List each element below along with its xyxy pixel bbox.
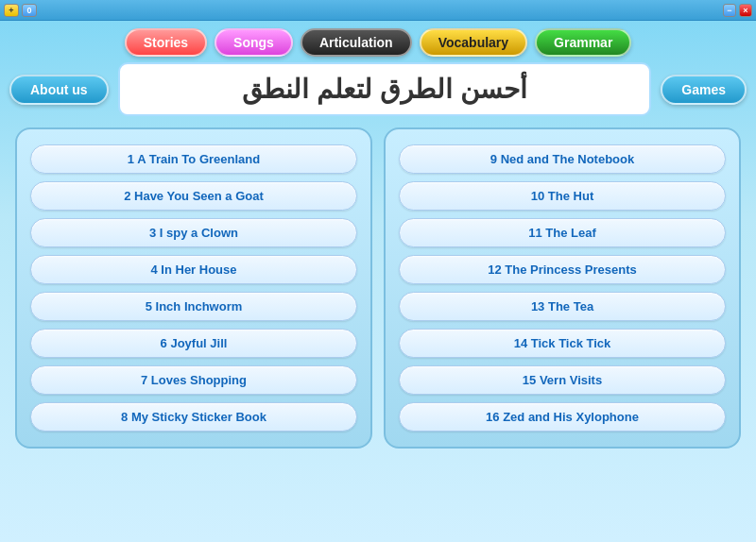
about-us-button[interactable]: About us bbox=[9, 75, 109, 105]
header-row: About us أحسن الطرق لتعلم النطق Games bbox=[0, 62, 756, 124]
tb-zero-button[interactable]: 0 bbox=[22, 4, 37, 17]
games-button[interactable]: Games bbox=[661, 75, 747, 105]
close-button[interactable]: × bbox=[739, 4, 752, 17]
story-button-right-9[interactable]: 9 Ned and The Notebook bbox=[399, 144, 726, 174]
tab-stories[interactable]: Stories bbox=[125, 28, 207, 57]
story-button-left-6[interactable]: 6 Joyful Jill bbox=[30, 329, 357, 358]
tab-vocabulary[interactable]: Vocabulary bbox=[420, 28, 527, 57]
main-content: 1 A Train To Greenland2 Have You Seen a … bbox=[0, 127, 756, 449]
tb-plus-button[interactable]: + bbox=[4, 4, 19, 17]
title-bar: + 0 − × bbox=[0, 0, 756, 21]
minimize-button[interactable]: − bbox=[723, 4, 736, 17]
story-button-right-13[interactable]: 13 The Tea bbox=[399, 292, 726, 321]
story-button-left-2[interactable]: 2 Have You Seen a Goat bbox=[30, 181, 357, 211]
story-button-left-1[interactable]: 1 A Train To Greenland bbox=[30, 144, 357, 174]
right-story-list: 9 Ned and The Notebook10 The Hut11 The L… bbox=[384, 127, 741, 449]
nav-bar: Stories Songs Articulation Vocabulary Gr… bbox=[0, 21, 756, 62]
story-button-left-5[interactable]: 5 Inch Inchworm bbox=[30, 292, 357, 321]
story-button-right-11[interactable]: 11 The Leaf bbox=[399, 218, 726, 247]
tab-grammar[interactable]: Grammar bbox=[535, 28, 631, 57]
story-button-right-16[interactable]: 16 Zed and His Xylophone bbox=[399, 402, 726, 432]
title-bar-right: − × bbox=[723, 4, 752, 17]
title-bar-left: + 0 bbox=[4, 4, 37, 17]
story-button-right-12[interactable]: 12 The Princess Presents bbox=[399, 255, 726, 284]
left-story-list: 1 A Train To Greenland2 Have You Seen a … bbox=[15, 127, 372, 449]
story-button-left-8[interactable]: 8 My Sticky Sticker Book bbox=[30, 402, 357, 432]
main-title: أحسن الطرق لتعلم النطق bbox=[118, 62, 652, 116]
story-button-right-15[interactable]: 15 Vern Visits bbox=[399, 365, 726, 395]
story-button-right-14[interactable]: 14 Tick Tick Tick bbox=[399, 329, 726, 358]
story-button-left-4[interactable]: 4 In Her House bbox=[30, 255, 357, 284]
tab-songs[interactable]: Songs bbox=[215, 28, 293, 57]
story-button-left-7[interactable]: 7 Loves Shopping bbox=[30, 365, 357, 395]
tab-articulation[interactable]: Articulation bbox=[301, 28, 412, 57]
story-button-right-10[interactable]: 10 The Hut bbox=[399, 181, 726, 211]
story-button-left-3[interactable]: 3 I spy a Clown bbox=[30, 218, 357, 247]
